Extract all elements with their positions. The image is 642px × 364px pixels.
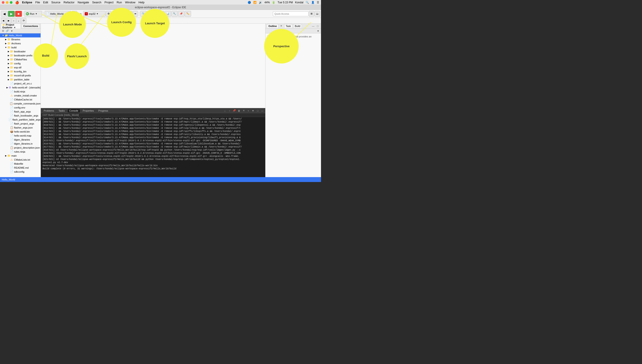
close-button[interactable] xyxy=(2,1,5,4)
menu-search[interactable]: Search xyxy=(92,1,102,4)
tab-connections[interactable]: Connections xyxy=(22,24,40,28)
tab-task[interactable]: Task xyxy=(284,24,292,28)
list-item[interactable]: ⚠ CMakeLists.txt xyxy=(0,158,41,162)
list-item[interactable]: 📄 hello-world.map xyxy=(0,134,41,138)
list-item[interactable]: ▶ 📁 Archives xyxy=(0,42,41,46)
collapse-all-button[interactable]: ⊟ xyxy=(1,29,5,33)
list-item[interactable]: 📋 flasher_args.json xyxy=(0,126,41,130)
tab-progress[interactable]: Progress xyxy=(96,109,110,113)
list-item[interactable]: 📄 Makefile xyxy=(0,162,41,166)
perspectives-button[interactable]: ⊞ xyxy=(309,11,314,17)
close-outline-tab-icon[interactable]: ✕ xyxy=(279,24,283,28)
list-item[interactable]: 📄 build.ninja xyxy=(0,90,41,94)
folder-arrow-icon: ▶ xyxy=(7,58,10,60)
view-button[interactable]: 🗂 xyxy=(315,11,320,17)
minimize-button[interactable] xyxy=(6,1,9,4)
list-item[interactable]: 📄 ldgen_libraries xyxy=(0,138,41,142)
traffic-lights xyxy=(2,1,13,4)
list-item[interactable]: ▶ 📁 mconf-idf-prefix xyxy=(0,74,41,78)
list-item[interactable]: 📄 CMakeCache.txt xyxy=(0,98,41,102)
tab-build[interactable]: Build xyxy=(293,24,302,28)
list-item[interactable]: ▶ 📁 esp-idf xyxy=(0,66,41,70)
list-item[interactable]: 📄 rules.ninja xyxy=(0,150,41,154)
new-console-button[interactable]: + xyxy=(246,109,250,113)
menu-window[interactable]: Window xyxy=(125,1,135,4)
menu-help[interactable]: Help xyxy=(139,1,145,4)
list-item[interactable]: 📄 flash_bootloader_args xyxy=(0,114,41,118)
menu-source[interactable]: Source xyxy=(51,1,61,4)
tab-console[interactable]: Console xyxy=(67,109,80,112)
view-menu-button[interactable]: ▼ xyxy=(10,29,14,33)
list-item[interactable]: ▶ 📁 partition_table xyxy=(0,78,41,82)
minimize-right-button[interactable]: — xyxy=(311,24,315,28)
right-toolbar-btn[interactable]: ▼ xyxy=(316,29,320,33)
list-item[interactable]: ▶ 📁 Binaries xyxy=(0,38,41,42)
list-item[interactable]: 📋 compile_commands.json xyxy=(0,102,41,106)
list-item[interactable]: 📄 flash_project_args xyxy=(0,122,41,126)
list-item[interactable]: ▶ ⚙ hello-world.elf - [xtensa/le] xyxy=(0,86,41,90)
list-icon[interactable]: ☰ xyxy=(317,1,319,4)
scroll-down-button[interactable]: ↓ xyxy=(223,109,227,113)
stop-button[interactable]: ■ xyxy=(15,11,22,17)
toolbar2-btn-4[interactable]: ↓ xyxy=(17,18,21,24)
clear-button[interactable]: 🗑 xyxy=(237,109,241,113)
toolbar2-btn-1[interactable]: ◀ xyxy=(1,18,6,24)
run-config-dropdown[interactable]: ▶ Run ▼ xyxy=(24,11,42,17)
menu-navigate[interactable]: Navigate xyxy=(78,1,89,4)
tab-tasks[interactable]: Tasks xyxy=(57,109,67,113)
scroll-up-button[interactable]: ↑ xyxy=(228,109,232,113)
toolbar2-btn-3[interactable]: ↑ xyxy=(12,18,16,24)
project-explorer-icon: 📁 xyxy=(3,24,5,26)
tab-properties[interactable]: Properties xyxy=(81,109,96,113)
console-output[interactable]: [808/821] : && /Users/kondal/.espressif/… xyxy=(41,117,265,177)
menu-run[interactable]: Run xyxy=(117,1,122,4)
menu-edit[interactable]: Edit xyxy=(43,1,48,4)
quick-access-input[interactable] xyxy=(273,11,309,16)
maximize-right-button[interactable]: □ xyxy=(316,24,320,28)
maximize-button[interactable] xyxy=(10,1,13,4)
list-item[interactable]: 📄 ldgen_libraries.in xyxy=(0,142,41,146)
console-menu-button[interactable]: ▼ xyxy=(251,109,255,113)
list-item[interactable]: ⚠ cmake_install.cmake xyxy=(0,94,41,98)
menu-file[interactable]: File xyxy=(36,1,40,4)
console-line: [821/821] cd /Users/kondal/eclipse-works… xyxy=(43,158,264,161)
launch-config-label: Launch Config xyxy=(112,20,132,24)
tab-outline[interactable]: Outline xyxy=(267,24,278,28)
file-icon: 📄 xyxy=(10,90,13,93)
list-item[interactable]: 📄 config.env xyxy=(0,106,41,110)
play-button[interactable]: ▶ xyxy=(8,11,15,17)
tree-item-hello-world[interactable]: ▼ 📁 Hello_World xyxy=(0,34,41,38)
back-button[interactable]: ◀ xyxy=(1,11,8,17)
list-item[interactable]: ▼ 📁 build xyxy=(0,46,41,50)
toolbar-btn-12[interactable]: ✏️ xyxy=(185,11,191,17)
folder-icon: 📁 xyxy=(10,54,13,57)
toolbar2-btn-2[interactable]: ▶ xyxy=(6,18,11,24)
tab-problems[interactable]: Problems xyxy=(42,109,56,113)
toolbar-btn-10[interactable]: 🔧 xyxy=(171,11,178,17)
link-with-editor-button[interactable]: 🔗 xyxy=(5,29,9,33)
list-item[interactable]: ▶ 📁 main xyxy=(0,154,41,158)
toolbar2-btn-5[interactable]: ⟳ xyxy=(21,18,26,24)
list-item[interactable]: 📄 flash_app_args xyxy=(0,110,41,114)
close-console-button[interactable]: ✕ xyxy=(242,109,246,113)
minimize-console-button[interactable]: — xyxy=(260,109,264,113)
list-item[interactable]: ▶ 📁 kconfig_bin xyxy=(0,70,41,74)
toolbar-btn-11[interactable]: 📌 xyxy=(178,11,184,17)
list-item[interactable]: 📦 hello-world.bin xyxy=(0,130,41,134)
list-item[interactable]: 📄 project_elf_src.c xyxy=(0,82,41,86)
list-item[interactable]: 📋 project_description.json xyxy=(0,146,41,150)
folder-arrow-icon: ▶ xyxy=(7,74,10,77)
menu-eclipse[interactable]: Eclipse xyxy=(22,1,32,4)
user-icon[interactable]: 👤 xyxy=(311,1,315,4)
menu-refactor[interactable]: Refactor xyxy=(64,1,75,4)
target-dropdown[interactable]: E esp32 ▼ xyxy=(83,11,106,17)
search-icon[interactable]: 🔍 xyxy=(306,1,309,4)
list-item[interactable]: 📄 sdkconfig xyxy=(0,170,41,174)
pin-button[interactable]: 📌 xyxy=(232,109,236,113)
apple-menu[interactable]: 🍎 xyxy=(15,1,19,4)
menu-project[interactable]: Project xyxy=(105,1,114,4)
list-item[interactable]: 📄 README.md xyxy=(0,166,41,170)
list-item[interactable]: 📄 flash_partition_table_args xyxy=(0,118,41,122)
list-item[interactable]: ▶ 📁 config xyxy=(0,62,41,66)
maximize-console-button[interactable]: □ xyxy=(256,109,260,113)
